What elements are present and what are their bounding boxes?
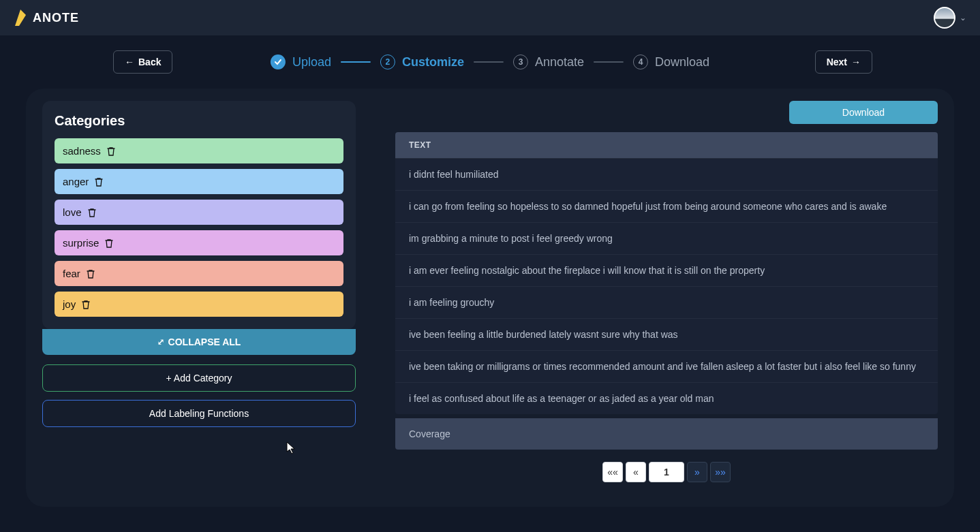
step-connector	[474, 61, 504, 63]
page-prev-button[interactable]: «	[626, 462, 646, 482]
table-row[interactable]: ive been feeling a little burdened latel…	[395, 318, 938, 350]
step-label: Upload	[292, 55, 331, 69]
page-next-button[interactable]: »	[687, 462, 707, 482]
add-labeling-functions-button[interactable]: Add Labeling Functions	[42, 400, 356, 427]
brand-name: ANOTE	[33, 11, 79, 25]
back-button[interactable]: ← Back	[113, 50, 172, 74]
trash-icon[interactable]	[106, 146, 116, 156]
category-label: joy	[63, 298, 76, 310]
step-download[interactable]: 4 Download	[633, 54, 709, 69]
add-category-button[interactable]: + Add Category	[42, 364, 356, 392]
check-icon	[271, 54, 286, 69]
table-row[interactable]: i can go from feeling so hopeless to so …	[395, 190, 938, 222]
step-label: Download	[655, 55, 709, 69]
main-panel: Categories sadnessangerlovesurprisefearj…	[26, 89, 954, 507]
category-label: surprise	[63, 237, 99, 249]
collapse-icon: ⤢	[157, 337, 164, 347]
feather-icon	[14, 8, 27, 27]
step-number: 4	[633, 54, 648, 69]
avatar	[934, 7, 955, 29]
pagination: «« « 1 » »»	[395, 462, 938, 482]
table-row[interactable]: i am feeling grouchy	[395, 286, 938, 318]
back-label: Back	[138, 57, 161, 67]
logo[interactable]: ANOTE	[14, 8, 79, 27]
categories-title: Categories	[55, 113, 343, 129]
category-label: fear	[63, 268, 80, 279]
trash-icon[interactable]	[104, 238, 114, 248]
arrow-right-icon: →	[851, 57, 861, 67]
categories-box: Categories sadnessangerlovesurprisefearj…	[42, 101, 356, 329]
step-customize[interactable]: 2 Customize	[380, 54, 464, 69]
trash-icon[interactable]	[86, 269, 95, 279]
data-table: TEXT i didnt feel humiliatedi can go fro…	[395, 132, 938, 414]
step-number: 2	[380, 54, 395, 69]
step-number: 3	[513, 54, 528, 69]
coverage-row: Coverage	[395, 418, 938, 450]
step-annotate[interactable]: 3 Annotate	[513, 54, 584, 69]
category-chip-surprise[interactable]: surprise	[55, 230, 343, 255]
step-label: Customize	[402, 55, 464, 69]
trash-icon[interactable]	[81, 300, 91, 309]
categories-list: sadnessangerlovesurprisefearjoy	[55, 138, 343, 317]
trash-icon[interactable]	[87, 208, 97, 217]
category-chip-fear[interactable]: fear	[55, 261, 343, 286]
next-label: Next	[827, 57, 847, 67]
arrow-left-icon: ←	[125, 57, 134, 67]
page-number[interactable]: 1	[649, 462, 684, 482]
trash-icon[interactable]	[94, 177, 104, 187]
step-connector	[341, 61, 371, 63]
table-row[interactable]: ive been taking or milligrams or times r…	[395, 350, 938, 382]
category-chip-joy[interactable]: joy	[55, 292, 343, 317]
next-button[interactable]: Next →	[815, 50, 872, 74]
category-label: love	[63, 206, 82, 218]
table-row[interactable]: i didnt feel humiliated	[395, 158, 938, 190]
chevron-down-icon: ⌄	[960, 13, 966, 22]
categories-panel: Categories sadnessangerlovesurprisefearj…	[42, 101, 356, 490]
topbar: ANOTE ⌄	[0, 0, 980, 35]
collapse-all-button[interactable]: ⤢ COLLAPSE ALL	[42, 329, 356, 355]
step-connector	[594, 61, 624, 63]
step-label: Annotate	[535, 55, 584, 69]
profile-menu[interactable]: ⌄	[934, 7, 966, 29]
page-last-button[interactable]: »»	[710, 462, 731, 482]
category-label: anger	[63, 176, 89, 187]
category-chip-love[interactable]: love	[55, 200, 343, 225]
collapse-label: COLLAPSE ALL	[168, 337, 241, 347]
download-button[interactable]: Download	[789, 101, 938, 124]
page-first-button[interactable]: ««	[602, 462, 623, 482]
step-upload[interactable]: Upload	[271, 54, 331, 69]
header-row: ← Back Upload 2 Customize 3 Annotate 4 D…	[0, 35, 980, 80]
category-label: sadness	[63, 145, 101, 157]
table-row[interactable]: im grabbing a minute to post i feel gree…	[395, 222, 938, 254]
data-panel: Download TEXT i didnt feel humiliatedi c…	[395, 101, 938, 490]
table-row[interactable]: i am ever feeling nostalgic about the fi…	[395, 254, 938, 286]
stepper: Upload 2 Customize 3 Annotate 4 Download	[271, 54, 709, 69]
category-chip-anger[interactable]: anger	[55, 169, 343, 194]
category-chip-sadness[interactable]: sadness	[55, 138, 343, 163]
table-row[interactable]: i feel as confused about life as a teena…	[395, 382, 938, 414]
table-header: TEXT	[395, 132, 938, 158]
